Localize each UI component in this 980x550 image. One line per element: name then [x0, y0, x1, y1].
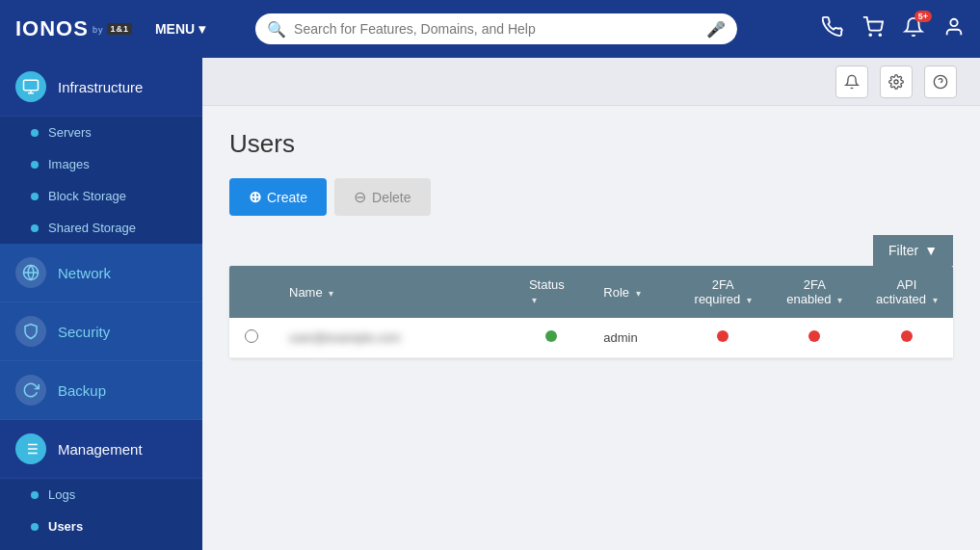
bell-topbar-icon[interactable]: [835, 65, 868, 98]
main-content: Users ⊕ Create ⊖ Delete Filter ▼: [202, 58, 980, 550]
sidebar-item-backup-label: Backup: [58, 382, 106, 399]
block-storage-label: Block Storage: [48, 189, 126, 203]
cart-nav-icon[interactable]: [862, 16, 884, 42]
sidebar-item-management-label: Management: [58, 441, 143, 458]
users-label: Users: [48, 519, 83, 534]
2fa-enabled-indicator: [808, 330, 820, 342]
row-radio-cell[interactable]: [229, 318, 274, 358]
col-header-name[interactable]: Name ▾: [274, 266, 514, 318]
create-button[interactable]: ⊕ Create: [229, 178, 327, 216]
sidebar: Infrastructure Servers Images Block Stor…: [0, 58, 202, 550]
col-header-api-activated[interactable]: API activated ▾: [861, 266, 953, 318]
servers-dot: [31, 129, 39, 137]
table-row: user@example.com admin: [229, 318, 953, 358]
row-role-cell: admin: [588, 318, 676, 358]
name-sort-icon: ▾: [329, 288, 333, 299]
svg-point-14: [894, 80, 898, 84]
col-header-status[interactable]: Status ▾: [514, 266, 588, 318]
status-sort-icon: ▾: [532, 295, 537, 305]
sidebar-item-infrastructure[interactable]: Infrastructure: [0, 58, 202, 117]
logo-1und1: 1&1: [107, 23, 132, 35]
user-name: user@example.com: [289, 330, 401, 345]
user-nav-icon[interactable]: [943, 16, 965, 42]
sidebar-item-management[interactable]: Management: [0, 420, 202, 479]
filter-bar: Filter ▼: [229, 235, 953, 266]
help-icon[interactable]: [924, 65, 957, 98]
mic-icon[interactable]: 🎤: [706, 20, 726, 39]
sidebar-item-network-label: Network: [58, 265, 111, 281]
row-2fa-required-cell: [677, 318, 769, 358]
logo-by: by: [93, 25, 104, 35]
delete-button[interactable]: ⊖ Delete: [334, 178, 430, 216]
settings-icon[interactable]: [880, 65, 913, 98]
api-activated-indicator: [901, 330, 913, 342]
create-label: Create: [267, 190, 307, 205]
management-icon: [15, 433, 46, 464]
2fa-required-indicator: [717, 330, 728, 342]
filter-icon: ▼: [924, 243, 938, 258]
security-icon: [15, 316, 46, 347]
2fa-required-sort-icon: ▾: [747, 295, 752, 305]
phone-nav-icon[interactable]: [822, 16, 843, 42]
svg-point-1: [879, 34, 881, 36]
management-sub-menu: Logs Users Roles: [0, 479, 202, 550]
content-body: Users ⊕ Create ⊖ Delete Filter ▼: [202, 106, 980, 550]
search-icon: 🔍: [267, 20, 286, 39]
logs-label: Logs: [48, 487, 75, 502]
network-icon: [15, 257, 46, 288]
svg-point-0: [869, 34, 871, 36]
row-name-cell: user@example.com: [274, 318, 514, 358]
sidebar-item-logs[interactable]: Logs: [0, 479, 202, 511]
user-role: admin: [603, 330, 637, 345]
sidebar-item-infrastructure-label: Infrastructure: [58, 79, 143, 95]
row-status-cell: [514, 318, 588, 358]
col-header-2fa-enabled[interactable]: 2FA enabled ▾: [769, 266, 861, 318]
page-title: Users: [229, 129, 953, 159]
sidebar-item-shared-storage[interactable]: Shared Storage: [0, 212, 202, 244]
role-sort-icon: ▾: [636, 288, 641, 299]
infrastructure-icon: [15, 71, 46, 102]
content-topbar: [202, 58, 980, 106]
table-header-row: Name ▾ Status ▾ Role ▾: [229, 266, 953, 318]
images-label: Images: [48, 157, 90, 171]
infrastructure-sub-menu: Servers Images Block Storage Shared Stor…: [0, 117, 202, 244]
svg-point-2: [950, 18, 957, 25]
search-input[interactable]: [255, 13, 737, 44]
menu-button[interactable]: MENU ▾: [155, 21, 205, 37]
create-plus-icon: ⊕: [249, 188, 261, 206]
images-dot: [31, 161, 39, 169]
col-header-2fa-required[interactable]: 2FA required ▾: [677, 266, 769, 318]
sidebar-item-images[interactable]: Images: [0, 148, 202, 180]
col-header-role[interactable]: Role ▾: [588, 266, 676, 318]
status-indicator: [545, 330, 557, 342]
sidebar-item-security-label: Security: [58, 324, 110, 340]
2fa-enabled-sort-icon: ▾: [837, 295, 842, 305]
filter-button[interactable]: Filter ▼: [873, 235, 953, 266]
sidebar-item-users[interactable]: Users: [0, 511, 202, 542]
row-radio-input[interactable]: [245, 329, 258, 343]
row-api-activated-cell: [861, 318, 953, 358]
action-bar: ⊕ Create ⊖ Delete: [229, 178, 953, 216]
sidebar-item-servers[interactable]: Servers: [0, 117, 202, 148]
sidebar-item-network[interactable]: Network: [0, 244, 202, 302]
sidebar-item-block-storage[interactable]: Block Storage: [0, 180, 202, 212]
backup-icon: [15, 375, 46, 406]
bell-nav-icon[interactable]: 5+: [903, 16, 924, 42]
delete-circle-icon: ⊖: [354, 188, 366, 206]
svg-rect-3: [24, 80, 39, 91]
sidebar-item-roles[interactable]: Roles: [0, 542, 202, 550]
top-navigation: IONOS by 1&1 MENU ▾ 🔍 🎤 5+: [0, 0, 980, 58]
servers-label: Servers: [48, 125, 92, 140]
users-dot: [31, 523, 39, 531]
block-storage-dot: [31, 193, 39, 200]
nav-icons: 5+: [822, 16, 965, 42]
col-header-radio: [229, 266, 274, 318]
logo: IONOS by 1&1: [15, 16, 132, 41]
sidebar-item-security[interactable]: Security: [0, 302, 202, 361]
logs-dot: [31, 491, 39, 499]
sidebar-item-backup[interactable]: Backup: [0, 361, 202, 420]
users-table: Name ▾ Status ▾ Role ▾: [229, 266, 953, 358]
row-2fa-enabled-cell: [769, 318, 861, 358]
shared-storage-label: Shared Storage: [48, 221, 136, 235]
main-layout: Infrastructure Servers Images Block Stor…: [0, 58, 980, 550]
